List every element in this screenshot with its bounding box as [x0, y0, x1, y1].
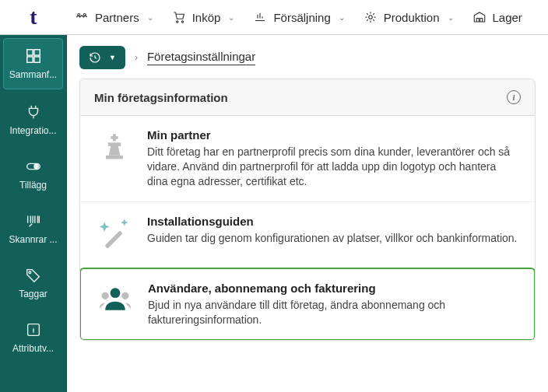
svg-rect-14	[108, 142, 121, 146]
svg-point-18	[111, 288, 121, 298]
handshake-icon	[75, 10, 89, 24]
svg-point-2	[176, 21, 177, 23]
topnav-purchases[interactable]: Inköp ⌄	[164, 0, 243, 34]
gear-icon	[364, 10, 378, 24]
caret-down-icon: ▼	[109, 54, 116, 61]
chevron-down-icon: ⌄	[228, 13, 234, 22]
card-title: Min partner	[147, 128, 519, 142]
card-title: Användare, abonnemang och fakturering	[148, 282, 518, 295]
svg-point-0	[78, 14, 80, 16]
card-my-partner[interactable]: Min partner Ditt företag har en partnerp…	[80, 116, 535, 201]
topnav-label: Försäljning	[273, 11, 330, 24]
chevron-right-icon: ›	[135, 52, 138, 63]
logo-letter: t	[30, 5, 37, 30]
svg-rect-17	[104, 230, 122, 248]
sidebar-item-label: Skannrar ...	[9, 234, 57, 245]
sales-icon	[253, 10, 267, 24]
svg-rect-6	[33, 50, 39, 55]
card-title: Installationsguiden	[147, 215, 519, 228]
card-text: Bjud in nya användare till ditt företag,…	[148, 298, 518, 327]
section-title: Min företagsinformation	[94, 91, 228, 104]
breadcrumb-current[interactable]: Företagsinställningar	[147, 50, 255, 65]
svg-rect-16	[111, 136, 118, 139]
chess-king-icon	[96, 128, 133, 163]
topnav-warehouse[interactable]: Lager	[465, 0, 530, 34]
plug-icon	[25, 103, 42, 121]
topnav-label: Partners	[95, 11, 139, 24]
svg-point-10	[33, 164, 37, 169]
chevron-down-icon: ⌄	[448, 13, 454, 22]
svg-point-19	[102, 292, 109, 299]
grid-icon	[25, 47, 42, 65]
svg-point-4	[369, 16, 373, 19]
card-text: Ditt företag har en partnerprofil precis…	[147, 145, 519, 189]
sidebar-item-integrations[interactable]: Integratio...	[0, 93, 66, 147]
sidebar-item-label: Taggar	[19, 289, 47, 299]
sidebar-item-addons[interactable]: Tillägg	[0, 147, 66, 201]
warehouse-icon	[472, 10, 487, 24]
svg-point-1	[83, 14, 86, 16]
magic-wand-icon	[96, 215, 133, 249]
barcode-icon	[25, 212, 42, 229]
sidebar-item-attributes[interactable]: Attributv...	[0, 310, 66, 365]
chevron-down-icon: ⌄	[339, 13, 345, 22]
sidebar-item-label: Sammanf...	[9, 69, 57, 80]
app-logo[interactable]: t	[0, 0, 67, 34]
card-setup-wizard[interactable]: Installationsguiden Guiden tar dig genom…	[80, 201, 535, 261]
history-dropdown-button[interactable]: ▼	[79, 46, 125, 69]
info-icon[interactable]: i	[507, 90, 521, 104]
history-icon	[89, 51, 101, 64]
info-square-icon	[25, 321, 42, 338]
chevron-down-icon: ⌄	[147, 13, 153, 22]
svg-point-20	[121, 292, 128, 299]
svg-rect-7	[26, 57, 32, 62]
sidebar-item-label: Integratio...	[9, 125, 56, 136]
topnav-partners[interactable]: Partners ⌄	[67, 0, 161, 34]
svg-rect-5	[26, 50, 32, 55]
topnav-label: Lager	[493, 11, 522, 24]
svg-point-3	[181, 21, 183, 23]
cart-icon	[172, 10, 186, 24]
topnav-production[interactable]: Produktion ⌄	[356, 0, 462, 34]
card-text: Guiden tar dig genom konfigurationen av …	[147, 231, 519, 246]
sidebar-item-label: Attributv...	[12, 343, 54, 354]
toggle-icon	[25, 158, 42, 175]
users-icon	[97, 282, 134, 316]
tag-icon	[25, 267, 42, 284]
svg-rect-13	[106, 156, 123, 159]
svg-point-11	[29, 271, 31, 274]
topnav-label: Inköp	[192, 11, 221, 24]
sidebar-item-scanners[interactable]: Skannrar ...	[0, 201, 66, 256]
sidebar-item-tags[interactable]: Taggar	[0, 256, 66, 310]
sidebar-item-summary[interactable]: Sammanf...	[3, 38, 63, 89]
topnav-sales[interactable]: Försäljning ⌄	[245, 0, 352, 34]
svg-rect-8	[33, 57, 39, 62]
sidebar-item-label: Tillägg	[19, 180, 47, 191]
card-users-subscription-billing[interactable]: Användare, abonnemang och fakturering Bj…	[79, 268, 536, 341]
topnav-label: Produktion	[384, 11, 440, 24]
